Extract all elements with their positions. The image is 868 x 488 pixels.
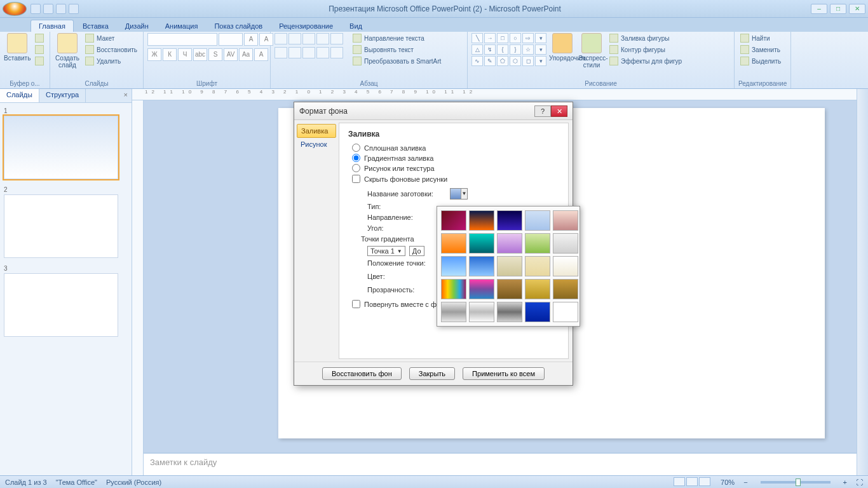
stop-combo[interactable]: Точка 1▼ bbox=[367, 246, 405, 256]
preset-dropdown[interactable]: ▼ bbox=[450, 188, 468, 200]
format-painter-button[interactable] bbox=[33, 56, 46, 66]
grow-font-button[interactable]: A bbox=[244, 33, 258, 46]
new-slide-button[interactable]: Создать слайд bbox=[54, 33, 81, 69]
gradient-preset-4[interactable] bbox=[525, 210, 550, 231]
gradient-preset-5[interactable] bbox=[553, 210, 578, 231]
tab-slideshow[interactable]: Показ слайдов bbox=[207, 20, 270, 32]
underline-button[interactable]: Ч bbox=[178, 48, 192, 61]
line-spacing-button[interactable] bbox=[330, 33, 343, 44]
close-button[interactable]: ✕ bbox=[849, 4, 865, 14]
shadow-button[interactable]: S bbox=[208, 48, 222, 61]
shape-brace2-icon[interactable]: } bbox=[510, 44, 521, 55]
gradient-preset-9[interactable] bbox=[525, 233, 550, 254]
align-center-button[interactable] bbox=[288, 47, 301, 58]
bullets-button[interactable] bbox=[275, 33, 287, 44]
normal-view-button[interactable] bbox=[674, 477, 685, 486]
smartart-button[interactable]: Преобразовать в SmartArt bbox=[351, 56, 443, 66]
align-justify-button[interactable] bbox=[316, 47, 329, 58]
tab-design[interactable]: Дизайн bbox=[118, 20, 156, 32]
shape-brace-icon[interactable]: { bbox=[497, 44, 508, 55]
shape-outline-button[interactable]: Контур фигуры bbox=[607, 44, 684, 55]
gradient-preset-11[interactable] bbox=[441, 256, 466, 276]
minimize-button[interactable]: – bbox=[811, 4, 827, 14]
zoom-out-button[interactable]: − bbox=[743, 478, 747, 486]
status-lang[interactable]: Русский (Россия) bbox=[106, 478, 161, 486]
reset-button[interactable]: Восстановить bbox=[83, 44, 139, 55]
gradient-preset-6[interactable] bbox=[441, 233, 466, 254]
apply-all-button[interactable]: Применить ко всем bbox=[463, 367, 545, 380]
nav-fill[interactable]: Заливка bbox=[297, 124, 336, 138]
tab-animation[interactable]: Анимация bbox=[158, 20, 206, 32]
shape-connector-icon[interactable]: ↯ bbox=[484, 44, 496, 55]
gradient-preset-18[interactable] bbox=[497, 279, 522, 299]
zoom-knob[interactable] bbox=[796, 478, 801, 486]
panel-close-icon[interactable]: × bbox=[120, 89, 132, 102]
align-left-button[interactable] bbox=[275, 47, 287, 58]
select-button[interactable]: Выделить bbox=[738, 56, 783, 66]
layout-button[interactable]: Макет bbox=[83, 33, 139, 43]
fit-button[interactable]: ⛶ bbox=[856, 478, 863, 486]
arrange-button[interactable]: Упорядочить bbox=[549, 33, 576, 62]
redo-icon[interactable] bbox=[56, 4, 66, 14]
undo-icon[interactable] bbox=[43, 4, 53, 14]
font-size-combo[interactable] bbox=[219, 33, 243, 46]
slide-thumb-3[interactable]: 3 bbox=[4, 264, 128, 337]
shape-more2-icon[interactable]: ▾ bbox=[535, 44, 546, 55]
delete-button[interactable]: Удалить bbox=[83, 56, 139, 66]
radio-picture[interactable]: Рисунок или текстура bbox=[352, 164, 559, 172]
gradient-preset-10[interactable] bbox=[553, 233, 578, 254]
gradient-preset-15[interactable] bbox=[553, 256, 578, 276]
replace-button[interactable]: Заменить bbox=[738, 44, 783, 55]
gradient-preset-12[interactable] bbox=[469, 256, 494, 276]
numbering-button[interactable] bbox=[288, 33, 301, 44]
zoom-in-button[interactable]: + bbox=[843, 478, 847, 486]
case-button[interactable]: Aa bbox=[239, 48, 253, 61]
find-button[interactable]: Найти bbox=[738, 33, 783, 43]
shape-fill-button[interactable]: Заливка фигуры bbox=[607, 33, 684, 43]
reset-bg-button[interactable]: Восстановить фон bbox=[322, 367, 402, 380]
zoom-level[interactable]: 70% bbox=[721, 478, 735, 486]
shape-rect-icon[interactable]: □ bbox=[497, 33, 508, 43]
check-hide[interactable]: Скрыть фоновые рисунки bbox=[352, 175, 559, 183]
dialog-titlebar[interactable]: Формат фона ? ✕ bbox=[294, 102, 573, 120]
shape-tri-icon[interactable]: △ bbox=[471, 44, 483, 55]
tab-insert[interactable]: Вставка bbox=[75, 20, 116, 32]
office-button[interactable] bbox=[3, 2, 27, 16]
shape-free-icon[interactable]: ✎ bbox=[484, 56, 496, 66]
italic-button[interactable]: К bbox=[163, 48, 177, 61]
font-color-button[interactable]: A bbox=[254, 48, 268, 61]
gradient-preset-2[interactable] bbox=[469, 210, 494, 231]
shape-effects-button[interactable]: Эффекты для фигур bbox=[607, 56, 684, 66]
close-dialog-button[interactable]: Закрыть bbox=[409, 367, 455, 380]
shape-line-icon[interactable]: ╲ bbox=[471, 33, 483, 43]
paste-button[interactable]: Вставить bbox=[4, 33, 31, 62]
bold-button[interactable]: Ж bbox=[147, 48, 161, 61]
columns-button[interactable] bbox=[330, 47, 343, 58]
tab-home[interactable]: Главная bbox=[31, 20, 74, 32]
radio-gradient[interactable]: Градиентная заливка bbox=[352, 154, 559, 162]
shape-oval-icon[interactable]: ○ bbox=[510, 33, 521, 43]
slide-thumb-2[interactable]: 2 bbox=[4, 186, 128, 258]
indent-inc-button[interactable] bbox=[316, 33, 329, 44]
tab-slides[interactable]: Слайды bbox=[0, 89, 39, 102]
gradient-preset-22[interactable] bbox=[469, 302, 494, 322]
cut-button[interactable] bbox=[33, 33, 46, 43]
text-direction-button[interactable]: Направление текста bbox=[351, 33, 443, 43]
align-right-button[interactable] bbox=[302, 47, 315, 58]
indent-dec-button[interactable] bbox=[302, 33, 315, 44]
qat-more-icon[interactable] bbox=[69, 4, 79, 14]
shape-more-icon[interactable]: ▾ bbox=[535, 33, 546, 43]
add-stop-button[interactable]: До bbox=[409, 246, 424, 256]
shape-poly-icon[interactable]: ⬠ bbox=[497, 56, 508, 66]
gradient-preset-13[interactable] bbox=[497, 256, 522, 276]
tab-view[interactable]: Вид bbox=[342, 20, 370, 32]
slideshow-view-button[interactable] bbox=[699, 477, 710, 486]
gradient-preset-14[interactable] bbox=[525, 256, 550, 276]
shape-arrow-icon[interactable]: → bbox=[484, 33, 496, 43]
shapes-gallery[interactable]: ╲→□○⇨▾ △↯{}☆▾ ∿✎⬠⬡◻▾ bbox=[471, 33, 546, 66]
font-family-combo[interactable] bbox=[147, 33, 217, 46]
gradient-preset-8[interactable] bbox=[497, 233, 522, 254]
zoom-slider[interactable] bbox=[761, 481, 831, 484]
shape-callout-icon[interactable]: ◻ bbox=[522, 56, 534, 66]
radio-solid[interactable]: Сплошная заливка bbox=[352, 144, 559, 152]
